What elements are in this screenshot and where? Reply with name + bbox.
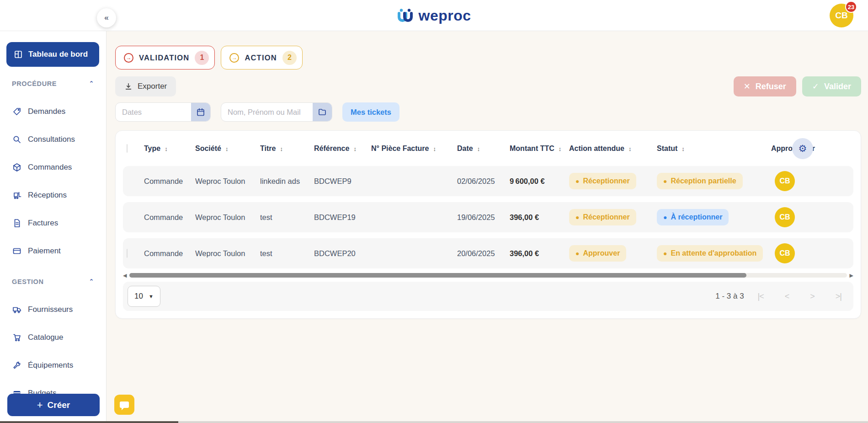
approver-avatar[interactable]: CB [775, 207, 795, 227]
status-badge: ●En attente d'approbation [657, 245, 763, 262]
create-button[interactable]: + Créer [7, 394, 100, 416]
sidebar-item-fournisseurs[interactable]: Fournisseurs [0, 295, 106, 323]
sort-icon[interactable]: ↕ [559, 145, 562, 152]
pager-controls: |< < > >| [758, 292, 841, 301]
my-tickets-button[interactable]: Mes tickets [342, 102, 399, 122]
scroll-right-arrow[interactable]: ▶ [850, 273, 853, 278]
tab-action[interactable]: → ACTION 2 [221, 46, 302, 70]
dot-icon: ● [663, 250, 667, 257]
sort-icon[interactable]: ↕ [433, 145, 436, 152]
sidebar-item-label: Demandes [28, 107, 65, 116]
action-badge[interactable]: ●Réceptionner [569, 173, 636, 189]
sidebar-item-receptions[interactable]: Réceptions [0, 181, 106, 209]
tag-icon [12, 107, 21, 116]
sidebar-item-demandes[interactable]: Demandes [0, 97, 106, 125]
cell-type: Commande [144, 249, 195, 258]
table-row[interactable]: Commande Weproc Toulon test BDCWEP19 19/… [123, 202, 853, 232]
folder-icon [318, 107, 327, 117]
action-badge[interactable]: ●Réceptionner [569, 209, 636, 225]
cell-reference: BDCWEP9 [314, 177, 371, 186]
action-badge[interactable]: ●Approuver [569, 245, 626, 262]
sidebar-item-label: Commandes [28, 163, 72, 172]
validate-label: Valider [824, 82, 851, 91]
pagination-bar: 10 ▼ 1 - 3 à 3 |< < > >| [123, 282, 853, 311]
table-row[interactable]: Commande Weproc Toulon linkedin ads BDCW… [123, 166, 853, 196]
approver-avatar[interactable]: CB [775, 243, 795, 263]
scrollbar-track[interactable] [129, 273, 847, 278]
horizontal-scrollbar: ◀ ▶ [123, 273, 853, 278]
table-row[interactable]: Commande Weproc Toulon test BDCWEP20 20/… [123, 238, 853, 268]
page-size-value: 10 [134, 292, 143, 301]
col-type[interactable]: Type [144, 145, 160, 153]
calendar-button[interactable] [191, 103, 210, 121]
section-label: GESTION [12, 278, 43, 285]
sidebar-section-procedure[interactable]: PROCÉDURE ⌃ [0, 70, 106, 97]
wrench-icon [12, 361, 21, 370]
search-icon [12, 135, 21, 144]
sort-icon[interactable]: ↕ [682, 145, 685, 152]
sidebar-item-commandes[interactable]: Commandes [0, 153, 106, 181]
approver-avatar[interactable]: CB [775, 171, 795, 191]
page-size-select[interactable]: 10 ▼ [128, 286, 160, 307]
chevron-up-icon: ⌃ [89, 278, 95, 285]
column-settings-button[interactable]: ⚙ [792, 138, 813, 159]
folder-button[interactable] [313, 103, 332, 121]
main-content: → VALIDATION 1 → ACTION 2 Exporter ✕ Ref… [107, 31, 868, 423]
tab-validation[interactable]: → VALIDATION 1 [115, 46, 215, 70]
export-button[interactable]: Exporter [115, 76, 176, 96]
tabs-row: → VALIDATION 1 → ACTION 2 [115, 46, 861, 70]
sidebar-item-paiement[interactable]: Paiement [0, 237, 106, 265]
status-badge: ●À réceptionner [657, 209, 729, 225]
gear-icon: ⚙ [799, 143, 807, 154]
sidebar-item-label: Catalogue [28, 333, 64, 342]
col-piece-facture[interactable]: N° Pièce Facture [371, 145, 429, 153]
sidebar-item-equipements[interactable]: Équipements [0, 351, 106, 379]
prev-page-button[interactable]: < [785, 292, 789, 301]
search-filter-group [221, 102, 332, 122]
col-montant[interactable]: Montant TTC [510, 145, 554, 153]
sort-icon[interactable]: ↕ [353, 145, 357, 152]
next-page-button[interactable]: > [810, 292, 815, 301]
sidebar-section-gestion[interactable]: GESTION ⌃ [0, 268, 106, 295]
scroll-left-arrow[interactable]: ◀ [123, 273, 127, 278]
sort-icon[interactable]: ↕ [165, 145, 168, 152]
col-societe[interactable]: Société [195, 145, 221, 153]
col-action-attendue[interactable]: Action attendue [569, 145, 624, 153]
col-date[interactable]: Date [457, 145, 473, 153]
sort-icon[interactable]: ↕ [225, 145, 229, 152]
export-label: Exporter [138, 82, 167, 91]
sidebar-item-factures[interactable]: Factures [0, 209, 106, 237]
sidebar-item-label: Factures [28, 219, 58, 228]
row-checkbox[interactable] [127, 249, 128, 258]
table-header-row: Type↕ Société↕ Titre↕ Référence↕ N° Pièc… [123, 137, 853, 160]
first-page-button[interactable]: |< [758, 292, 764, 301]
last-page-button[interactable]: >| [836, 292, 841, 301]
weproc-logo-icon [397, 8, 414, 23]
sort-icon[interactable]: ↕ [280, 145, 283, 152]
sidebar-item-consultations[interactable]: Consultations [0, 125, 106, 153]
cell-type: Commande [144, 177, 195, 186]
sort-icon[interactable]: ↕ [628, 145, 632, 152]
filters-row: Mes tickets [115, 102, 861, 122]
scrollbar-thumb[interactable] [129, 273, 746, 278]
refuse-label: Refuser [756, 82, 786, 91]
target-arrow-icon: → [229, 53, 239, 63]
pagination-range-label: 1 - 3 à 3 [715, 292, 744, 301]
sort-icon[interactable]: ↕ [477, 145, 480, 152]
select-all-checkbox[interactable] [127, 144, 128, 153]
col-statut[interactable]: Statut [657, 145, 677, 153]
dates-input[interactable] [116, 103, 191, 121]
chat-button[interactable] [114, 395, 134, 415]
col-titre[interactable]: Titre [260, 145, 276, 153]
sidebar-item-label: Réceptions [28, 191, 67, 200]
sidebar-item-tableau-de-bord[interactable]: Tableau de bord [6, 42, 99, 67]
cell-date: 20/06/2025 [457, 249, 510, 258]
sidebar-collapse-button[interactable]: « [97, 8, 116, 27]
validate-button[interactable]: ✓ Valider [802, 76, 861, 96]
notification-badge: 23 [845, 1, 857, 13]
sidebar-item-catalogue[interactable]: Catalogue [0, 323, 106, 351]
cell-reference: BDCWEP20 [314, 249, 371, 258]
search-input[interactable] [221, 103, 313, 121]
refuse-button[interactable]: ✕ Refuser [734, 76, 796, 96]
col-reference[interactable]: Référence [314, 145, 349, 153]
